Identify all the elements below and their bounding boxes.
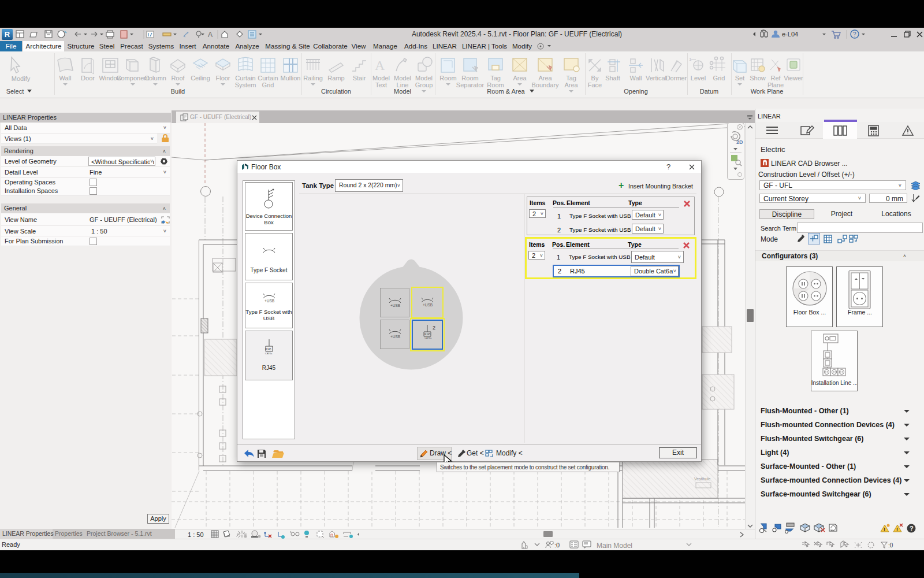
svg-text:Mullion: Mullion <box>281 75 301 81</box>
svg-text:Room: Room <box>439 75 456 81</box>
svg-text:Roof: Roof <box>171 75 185 81</box>
svg-text:Model: Model <box>394 75 411 81</box>
svg-text:Room: Room <box>461 75 478 81</box>
svg-text:Group: Group <box>415 81 433 88</box>
svg-text:Curtain: Curtain <box>258 75 278 81</box>
svg-text:Build: Build <box>171 88 185 95</box>
svg-text:!: ! <box>884 527 885 532</box>
svg-text:Plane: Plane <box>767 81 784 88</box>
svg-text:Shaft: Shaft <box>605 75 620 81</box>
svg-text:Model: Model <box>372 75 390 81</box>
svg-text:2: 2 <box>433 325 435 331</box>
svg-text:Vertical: Vertical <box>646 75 666 81</box>
svg-text:Model: Model <box>415 75 433 81</box>
svg-text:2D: 2D <box>736 139 743 145</box>
svg-text:Set: Set <box>735 75 745 81</box>
svg-text:Show: Show <box>750 75 766 81</box>
svg-text:Wall: Wall <box>630 75 642 81</box>
svg-text:Ramp: Ramp <box>327 75 344 81</box>
svg-text:Opening: Opening <box>624 88 648 95</box>
svg-text:Vestibule: Vestibule <box>694 477 711 481</box>
svg-text:Area: Area <box>564 81 578 88</box>
svg-text:Floor Box ...: Floor Box ... <box>793 309 826 316</box>
svg-text:Installation Line ...: Installation Line ... <box>811 380 857 386</box>
svg-text:A: A <box>208 31 213 39</box>
svg-text:Grid: Grid <box>262 81 274 88</box>
svg-text:CAT6a: CAT6a <box>424 336 432 339</box>
svg-text:Floor: Floor <box>215 75 230 81</box>
svg-text:Tag: Tag <box>566 75 576 81</box>
svg-text:Dormer: Dormer <box>666 75 687 81</box>
svg-text:Frame ...: Frame ... <box>848 309 872 316</box>
svg-text:Door: Door <box>81 75 95 81</box>
svg-text:+USB: +USB <box>423 303 433 307</box>
svg-text:Tag: Tag <box>490 75 501 81</box>
svg-text:System: System <box>235 81 256 88</box>
svg-text:Select: Select <box>6 88 24 95</box>
svg-text:Area: Area <box>513 75 527 81</box>
svg-text:By: By <box>591 75 599 81</box>
svg-text:Railing: Railing <box>303 75 323 81</box>
svg-text:Ceiling: Ceiling <box>191 75 210 81</box>
svg-text:Face: Face <box>588 81 602 88</box>
svg-text:?: ? <box>910 525 914 532</box>
svg-text:+USB: +USB <box>390 303 400 307</box>
svg-text:Line: Line <box>397 81 409 88</box>
svg-text:+USB: +USB <box>264 299 274 303</box>
svg-text:!: ! <box>896 527 898 532</box>
svg-text:Model: Model <box>394 88 411 95</box>
svg-text:Datum: Datum <box>700 88 718 95</box>
svg-text:+USB: +USB <box>390 335 400 339</box>
svg-text:Room: Room <box>487 81 504 88</box>
svg-text:?: ? <box>853 31 856 38</box>
svg-text:Work Plane: Work Plane <box>751 88 784 95</box>
svg-text:RJ45: RJ45 <box>265 348 271 351</box>
svg-text:Ref: Ref <box>770 75 781 81</box>
svg-text:Modify: Modify <box>12 75 31 82</box>
svg-text::0: :0 <box>888 542 893 549</box>
svg-text:Grid: Grid <box>713 75 725 81</box>
svg-text:RJ45: RJ45 <box>424 333 431 336</box>
svg-text:Area: Area <box>538 75 552 81</box>
svg-text:Column: Column <box>144 75 166 81</box>
svg-text:CAT6a: CAT6a <box>265 352 273 355</box>
svg-text:1: 1 <box>689 57 692 62</box>
svg-text:Separator: Separator <box>456 81 485 88</box>
svg-text:e-L04: e-L04 <box>782 31 798 38</box>
svg-text:Level: Level <box>691 75 706 81</box>
svg-text:Viewer: Viewer <box>784 75 803 81</box>
svg-text:Curtain: Curtain <box>235 75 255 81</box>
svg-text:Boundary: Boundary <box>531 81 559 88</box>
svg-text:Room & Area: Room & Area <box>487 88 525 95</box>
svg-text:Circulation: Circulation <box>321 88 351 95</box>
svg-text:Wall: Wall <box>59 75 72 81</box>
svg-text:Stair: Stair <box>353 75 366 81</box>
svg-text:A: A <box>375 58 385 73</box>
svg-text:Text: Text <box>375 81 387 88</box>
